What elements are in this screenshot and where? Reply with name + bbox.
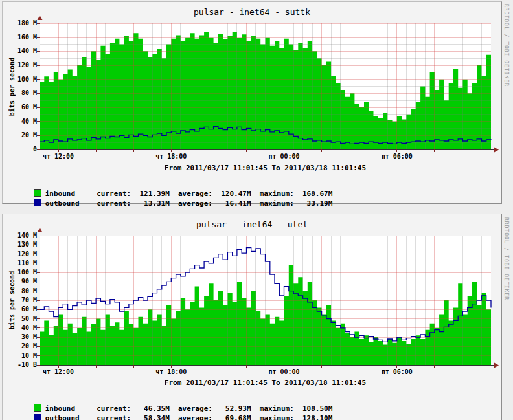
stat-key-maximum: maximum: — [260, 414, 294, 420]
stat-value-average: 69.68M — [217, 414, 251, 420]
stat-value-current: 13.31M — [135, 199, 170, 208]
y-tick-label: 140 M — [3, 232, 37, 239]
y-tick-label: 160 M — [3, 34, 37, 41]
chart-canvas — [40, 23, 491, 149]
stat-key-maximum: maximum: — [260, 199, 294, 208]
y-tick-label: 60 M — [3, 104, 37, 111]
y-tick-label: 140 M — [3, 47, 37, 55]
x-tick-label: чт 18:00 — [142, 153, 200, 160]
stat-key-current: current: — [97, 414, 131, 420]
inbound-swatch — [34, 404, 41, 412]
y-tick-label: 70 M — [3, 296, 37, 304]
stat-key-average: average: — [178, 190, 212, 198]
legend: inboundcurrent:121.39Maverage:120.47Mmax… — [8, 181, 332, 200]
time-range-label: From 2011/03/17 11:01:45 To 2011/03/18 1… — [40, 379, 491, 387]
stat-value-maximum: 168.67M — [298, 190, 332, 198]
stat-key-average: average: — [178, 199, 212, 208]
legend-row-inbound: inboundcurrent:46.35Maverage:52.93Mmaxim… — [8, 395, 332, 405]
y-tick-label: 100 M — [3, 76, 37, 83]
stat-key-current: current: — [97, 190, 131, 198]
stat-value-maximum: 33.19M — [298, 199, 332, 208]
chart-plot-area-utel[interactable]: -10 B10 M20 M30 M40 M50 M60 M70 M80 M90 … — [40, 236, 491, 365]
y-tick-label: 20 M — [3, 342, 37, 350]
stat-key-current: current: — [97, 404, 131, 413]
stat-value-average: 16.41M — [217, 199, 251, 208]
stat-value-maximum: 128.10M — [298, 414, 332, 420]
graph-panel-suttk: pulsar - inet64 - suttk bits per second … — [2, 1, 502, 204]
legend-row-inbound: inboundcurrent:121.39Maverage:120.47Mmax… — [8, 181, 332, 190]
stat-value-average: 52.93M — [217, 404, 251, 413]
stat-value-current: 58.34M — [135, 414, 170, 420]
y-tick-label: 20 M — [3, 131, 37, 139]
rrdtool-branding: RRDTOOL / TOBI OETIKER — [503, 217, 509, 300]
x-tick-label: пт 00:00 — [255, 153, 314, 160]
outbound-swatch — [34, 414, 41, 420]
y-tick-label: 40 M — [3, 324, 37, 332]
legend-series-label: inbound — [45, 190, 88, 198]
x-tick-label: чт 18:00 — [142, 368, 200, 376]
y-tick-label: 10 M — [3, 352, 37, 360]
y-tick-label: 40 M — [3, 118, 37, 126]
chart-plot-area-suttk[interactable]: 020 M40 M60 M80 M100 M120 M140 M160 M180… — [40, 23, 491, 149]
inbound-swatch — [34, 189, 41, 197]
y-tick-label: 120 M — [3, 61, 37, 69]
y-tick-label: 90 M — [3, 278, 37, 285]
stat-key-maximum: maximum: — [260, 404, 294, 413]
x-tick-label: чт 12:00 — [29, 153, 87, 160]
y-tick-label: 100 M — [3, 269, 37, 276]
y-tick-label: 60 M — [3, 305, 37, 313]
x-tick-label: пт 06:00 — [368, 153, 426, 160]
y-tick-label: 110 M — [3, 260, 37, 267]
y-tick-label: 130 M — [3, 241, 37, 249]
legend: inboundcurrent:46.35Maverage:52.93Mmaxim… — [8, 395, 332, 415]
stat-key-average: average: — [178, 414, 212, 420]
graph-title: pulsar - inet64 - suttk — [3, 7, 501, 17]
stat-key-maximum: maximum: — [260, 190, 294, 198]
y-tick-label: 180 M — [3, 19, 37, 27]
y-tick-label: 30 M — [3, 333, 37, 341]
time-range-label: From 2011/03/17 11:01:45 To 2011/03/18 1… — [40, 164, 491, 172]
y-tick-label: 50 M — [3, 315, 37, 323]
stat-value-current: 121.39M — [135, 190, 170, 198]
y-tick-label: 80 M — [3, 287, 37, 295]
rrdtool-branding: RRDTOOL / TOBI OETIKER — [503, 4, 509, 87]
y-tick-label: 120 M — [3, 250, 37, 258]
legend-series-label: inbound — [45, 404, 88, 413]
y-tick-label: 80 M — [3, 89, 37, 97]
legend-series-label: outbound — [45, 199, 88, 208]
legend-series-label: outbound — [45, 414, 88, 420]
x-tick-label: пт 00:00 — [255, 368, 314, 376]
graph-panel-utel: pulsar - inet64 - utel bits per second -… — [2, 214, 502, 420]
outbound-swatch — [34, 199, 41, 206]
chart-canvas — [40, 236, 491, 365]
stat-value-current: 46.35M — [135, 404, 170, 413]
stat-value-maximum: 108.50M — [298, 404, 332, 413]
x-tick-label: пт 06:00 — [368, 368, 426, 376]
x-tick-label: чт 12:00 — [29, 368, 87, 376]
graph-title: pulsar - inet64 - utel — [3, 219, 501, 229]
stat-key-average: average: — [178, 404, 212, 413]
stat-value-average: 120.47M — [217, 190, 251, 198]
stat-key-current: current: — [97, 199, 131, 208]
